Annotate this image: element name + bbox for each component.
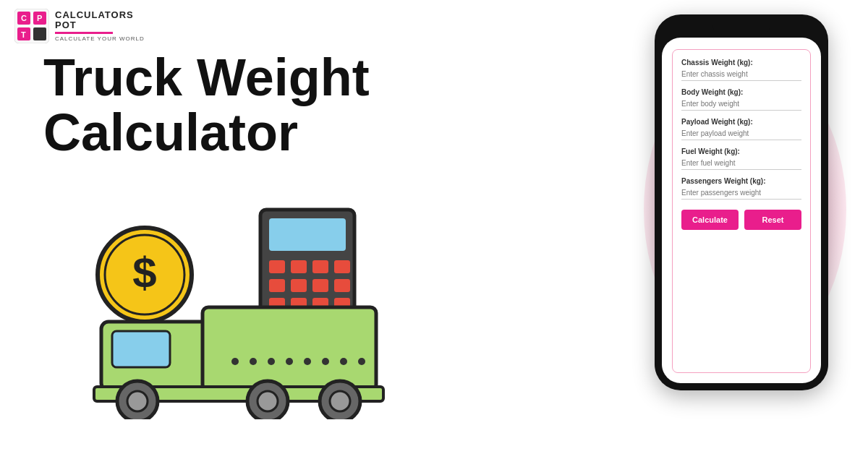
svg-text:$: $ xyxy=(132,249,156,297)
phone-notch xyxy=(712,22,770,35)
passengers-weight-label: Passengers Weight (kg): xyxy=(681,177,801,185)
logo-subtitle: CALCULATE YOUR WORLD xyxy=(55,35,145,42)
svg-point-35 xyxy=(231,358,239,365)
chassis-weight-label: Chassis Weight (kg): xyxy=(681,59,801,67)
phone-screen: Chassis Weight (kg): Body Weight (kg): P… xyxy=(662,38,821,383)
svg-point-42 xyxy=(358,358,365,365)
svg-rect-12 xyxy=(269,218,346,251)
logo-text-group: CALCULATORSPOT CALCULATE YOUR WORLD xyxy=(55,10,145,43)
svg-point-37 xyxy=(268,358,275,365)
svg-rect-14 xyxy=(291,260,307,273)
body-weight-field: Body Weight (kg): xyxy=(681,88,801,111)
svg-rect-16 xyxy=(334,260,350,273)
svg-point-38 xyxy=(286,358,293,365)
svg-rect-26 xyxy=(112,331,170,367)
fuel-weight-field: Fuel Weight (kg): xyxy=(681,147,801,170)
phone-mockup: Chassis Weight (kg): Body Weight (kg): P… xyxy=(655,14,828,390)
svg-point-41 xyxy=(340,358,347,365)
left-section: Truck WeightCalculator xyxy=(43,51,463,181)
passengers-weight-field: Passengers Weight (kg): xyxy=(681,177,801,200)
body-weight-label: Body Weight (kg): xyxy=(681,88,801,96)
payload-weight-label: Payload Weight (kg): xyxy=(681,118,801,126)
svg-point-34 xyxy=(330,391,350,411)
svg-rect-15 xyxy=(312,260,328,273)
svg-rect-19 xyxy=(312,279,328,292)
payload-weight-field: Payload Weight (kg): xyxy=(681,118,801,140)
logo-area: C P T CALCULATORSPOT CALCULATE YOUR WORL… xyxy=(14,9,145,43)
svg-point-30 xyxy=(127,391,148,411)
svg-point-36 xyxy=(250,358,257,365)
svg-text:T: T xyxy=(21,30,26,39)
svg-text:P: P xyxy=(37,14,42,22)
logo-line xyxy=(55,32,113,34)
svg-point-32 xyxy=(258,391,278,411)
page-title: Truck WeightCalculator xyxy=(43,51,463,160)
svg-text:C: C xyxy=(21,14,27,22)
passengers-weight-input[interactable] xyxy=(681,187,801,200)
chassis-weight-field: Chassis Weight (kg): xyxy=(681,59,801,81)
calculate-button[interactable]: Calculate xyxy=(681,210,739,230)
reset-button[interactable]: Reset xyxy=(744,210,801,230)
body-weight-input[interactable] xyxy=(681,98,801,111)
svg-point-39 xyxy=(304,358,311,365)
fuel-weight-label: Fuel Weight (kg): xyxy=(681,147,801,155)
svg-point-40 xyxy=(322,358,329,365)
svg-rect-27 xyxy=(203,307,376,390)
logo-title: CALCULATORSPOT xyxy=(55,10,145,31)
chassis-weight-input[interactable] xyxy=(681,68,801,81)
form-container: Chassis Weight (kg): Body Weight (kg): P… xyxy=(672,49,811,373)
svg-rect-20 xyxy=(334,279,350,292)
illustration: $ xyxy=(80,195,441,419)
logo-icon: C P T xyxy=(14,9,49,43)
payload-weight-input[interactable] xyxy=(681,127,801,140)
svg-rect-4 xyxy=(33,27,46,40)
svg-rect-13 xyxy=(269,260,285,273)
fuel-weight-input[interactable] xyxy=(681,157,801,170)
buttons-row: Calculate Reset xyxy=(681,210,801,230)
svg-rect-17 xyxy=(269,279,285,292)
svg-rect-18 xyxy=(291,279,307,292)
